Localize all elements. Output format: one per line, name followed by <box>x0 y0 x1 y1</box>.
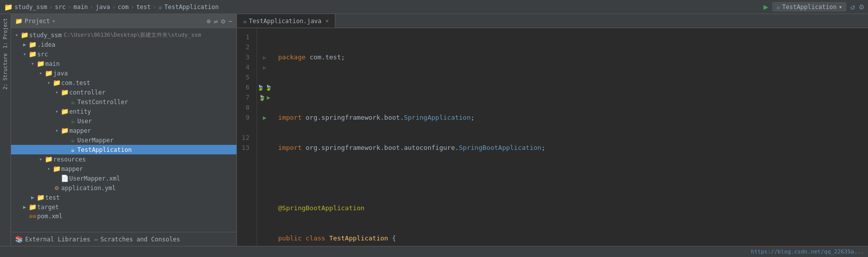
tree-item-test[interactable]: ▶ 📁 test <box>11 193 236 202</box>
tree-item-entity[interactable]: ▾ 📁 entity <box>11 107 236 116</box>
tree-item-test-application[interactable]: ☕ TestApplication <box>11 145 236 154</box>
arrow-idea: ▶ <box>21 42 28 47</box>
token: @SpringBootApplication <box>278 203 364 213</box>
breadcrumb-test: test <box>136 4 151 11</box>
panel-actions: ⊕ ⇌ ⚙ − <box>206 17 232 25</box>
breadcrumb-classname: TestApplication <box>164 4 218 11</box>
token: ; <box>541 143 545 153</box>
arrow-resources: ▾ <box>37 156 44 162</box>
tree-item-com-test[interactable]: ▾ 📁 com.test <box>11 78 236 88</box>
folder-icon-resources: 📁 <box>44 155 53 163</box>
token: package <box>278 52 310 62</box>
token: TestApplication <box>329 233 392 243</box>
refresh-button[interactable]: ↺ <box>850 2 855 12</box>
class-icon-user: ☕ <box>68 117 77 125</box>
panel-add-btn[interactable]: ⊕ <box>206 17 210 25</box>
tree-item-user[interactable]: ☕ User <box>11 116 236 126</box>
tree-item-mapper-pkg[interactable]: ▾ 📁 mapper <box>11 126 236 135</box>
gutter: ▷ ▷ 🍃 🍃 🍃 ▶ ▶ <box>257 28 272 246</box>
tree-item-main[interactable]: ▾ 📁 main <box>11 59 236 68</box>
tree-item-test-controller[interactable]: ☕ TestController <box>11 97 236 107</box>
fold-icon-4[interactable]: ▷ <box>263 65 266 70</box>
title-bar: 📁 study_ssm › src › main › java › com › … <box>0 0 868 14</box>
tree-item-controller[interactable]: ▾ 📁 controller <box>11 88 236 97</box>
panel-title-label: Project <box>25 18 50 25</box>
project-icon: 📁 <box>4 3 13 11</box>
gutter-row-7: 🍃 ▶ <box>257 93 272 103</box>
run-config-dropdown[interactable]: ☕ TestApplication ▾ <box>772 2 846 12</box>
tree-item-idea[interactable]: ▶ 📁 .idea <box>11 40 236 49</box>
arrow-mapper-res: ▾ <box>45 166 52 172</box>
folder-icon-main: 📁 <box>36 60 45 67</box>
editor-area: ☕ TestApplication.java ✕ 1 2 3 4 5 6 7 8… <box>237 14 868 246</box>
spring-icon-7: 🍃 <box>259 95 266 101</box>
code-line-5 <box>278 173 868 183</box>
main-layout: 1: Project 2: Structure 📁 Project ▾ ⊕ ⇌ … <box>0 14 868 246</box>
panel-minimize-btn[interactable]: − <box>228 17 232 25</box>
panel-folder-icon: 📁 <box>15 18 23 25</box>
ext-libraries-icon: 📚 <box>15 235 23 243</box>
label-study-ssm: study_ssm <box>29 32 62 39</box>
arrow-mapper-pkg: ▾ <box>53 128 60 133</box>
folder-icon-test: 📁 <box>36 194 45 201</box>
class-icon-user-mapper: ☕ <box>68 136 77 144</box>
tree-item-pom-xml[interactable]: ≡≡ pom.xml <box>11 212 236 221</box>
ext-libraries-item[interactable]: 📚 External Libraries <box>15 235 90 243</box>
folder-icon-idea: 📁 <box>28 41 37 48</box>
code-line-1: package com.test; <box>278 52 868 62</box>
breadcrumb-class-icon: ☕ <box>159 3 163 11</box>
class-icon-test-application: ☕ <box>68 146 77 153</box>
code-content[interactable]: package com.test; import org.springframe… <box>272 28 868 246</box>
panel-bottom: 📚 External Libraries ✏ Scratches and Con… <box>11 232 236 246</box>
title-breadcrumb-container: 📁 study_ssm › src › main › java › com › … <box>4 3 761 11</box>
tree-item-user-mapper[interactable]: ☕ UserMapper <box>11 135 236 145</box>
arrow-test: ▶ <box>29 195 36 200</box>
side-tab-structure[interactable]: 2: Structure <box>2 51 9 92</box>
xml-icon-user-mapper: 📄 <box>60 175 69 182</box>
label-test-application: TestApplication <box>77 146 132 153</box>
token: SpringApplication <box>404 113 470 123</box>
xml-icon-pom: ≡≡ <box>28 213 37 220</box>
status-link[interactable]: https://blog.csdn.net/qq_22635a... <box>751 248 864 255</box>
project-name: study_ssm <box>15 4 47 11</box>
code-editor[interactable]: 1 2 3 4 5 6 7 8 9 12 13 ▷ ▷ <box>237 28 868 246</box>
panel-dropdown-arrow: ▾ <box>52 18 56 25</box>
label-mapper-res: mapper <box>61 165 83 173</box>
gutter-row-6: 🍃 🍃 <box>257 82 272 93</box>
token: public <box>278 233 306 243</box>
code-line-4: import org.springframework.boot.autoconf… <box>278 143 868 153</box>
panel-settings-btn[interactable]: ⚙ <box>221 17 225 25</box>
side-tab-project[interactable]: 1: Project <box>2 16 9 50</box>
folder-icon-target: 📁 <box>28 203 37 211</box>
tree-item-target[interactable]: ▶ 📁 target <box>11 202 236 212</box>
label-pom-xml: pom.xml <box>37 213 63 220</box>
tree-item-application-yml[interactable]: ⚙ application.yml <box>11 183 236 193</box>
tree-item-src[interactable]: ▾ 📁 src <box>11 49 236 59</box>
run-gutter-icon-9[interactable]: ▶ <box>263 114 266 121</box>
tree-item-mapper-res[interactable]: ▾ 📁 mapper <box>11 164 236 174</box>
folder-icon-entity: 📁 <box>60 108 69 115</box>
settings-button[interactable]: ⚙ <box>859 2 864 12</box>
breadcrumb-src: src <box>55 4 66 11</box>
arrow-study-ssm: ▾ <box>13 32 20 38</box>
fold-icon-3[interactable]: ▷ <box>263 55 266 60</box>
tree-item-java[interactable]: ▾ 📁 java <box>11 68 236 78</box>
code-line-6: @SpringBootApplication <box>278 203 868 213</box>
tree-item-user-mapper-xml[interactable]: 📄 UserMapper.xml <box>11 174 236 183</box>
tab-bar: ☕ TestApplication.java ✕ <box>237 14 868 28</box>
tab-close-btn[interactable]: ✕ <box>325 18 329 24</box>
scratches-label: Scratches and Consoles <box>100 236 180 243</box>
panel-equalize-btn[interactable]: ⇌ <box>214 17 218 25</box>
scratches-item[interactable]: ✏ Scratches and Consoles <box>94 235 180 243</box>
tree-item-resources[interactable]: ▾ 📁 resources <box>11 154 236 164</box>
tree-item-study-ssm[interactable]: ▾ 📁 study_ssm C:\Users\86136\Desktop\新建文… <box>11 30 236 40</box>
scratches-icon: ✏ <box>94 235 98 243</box>
green-run-icon[interactable]: ▶ <box>764 2 769 12</box>
arrow-target: ▶ <box>21 204 28 210</box>
run-config-label: TestApplication <box>782 4 836 11</box>
tab-test-application[interactable]: ☕ TestApplication.java ✕ <box>237 14 335 28</box>
folder-icon-com-test: 📁 <box>52 79 61 87</box>
run-gutter-icon-7[interactable]: ▶ <box>267 94 270 101</box>
label-java: java <box>53 70 68 77</box>
folder-icon-root: 📁 <box>20 31 29 39</box>
